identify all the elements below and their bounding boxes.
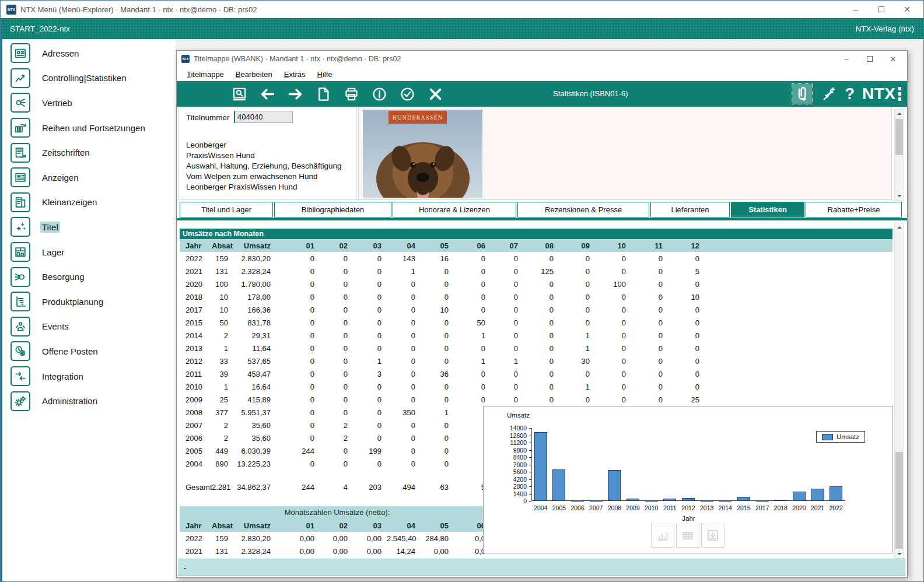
chart-button[interactable]: [651, 524, 674, 548]
table-row-2009[interactable]: 200925415,890000000000025: [180, 393, 892, 406]
titelnummer-input[interactable]: [234, 111, 293, 123]
minimize-button[interactable]: –: [835, 52, 858, 66]
close-button[interactable]: ✕: [881, 52, 905, 66]
sidebar-item-events[interactable]: Events: [2, 314, 176, 339]
chart-y-tickmark: [529, 428, 531, 429]
sidebar-item-kleinanzeigen[interactable]: Kleinanzeigen: [2, 190, 176, 215]
paperclip-button[interactable]: [792, 84, 812, 104]
scroll-up-button[interactable]: [895, 223, 904, 232]
minimize-button[interactable]: –: [843, 1, 869, 17]
start-menu-label: START_2022-ntx: [10, 24, 70, 33]
scroll-up-button[interactable]: [895, 110, 904, 118]
small-ads-icon: [10, 192, 30, 212]
sidebar-item-vertrieb[interactable]: Vertrieb: [2, 90, 176, 115]
scrollbar-thumb[interactable]: [895, 119, 903, 155]
scroll-down-button[interactable]: [895, 550, 904, 558]
table-row-2017[interactable]: 201710166,360000100000000: [180, 303, 892, 316]
cell: 1: [353, 355, 387, 367]
sidebar-item-besorgung[interactable]: Besorgung: [2, 264, 176, 289]
table-row-2015[interactable]: 201550831,780000050000000: [180, 316, 892, 329]
search-doc-button[interactable]: [230, 85, 249, 103]
maximize-button[interactable]: [869, 1, 894, 17]
table-row-2022[interactable]: 20221592.830,20000143160000000: [180, 252, 892, 265]
sidebar-item-anzeigen[interactable]: Anzeigen: [2, 165, 176, 190]
cell: 0: [491, 252, 523, 265]
sidebar-item-zeitschriften[interactable]: Zeitschriften: [2, 140, 176, 165]
tab-titel-und-lager[interactable]: Titel und Lager: [180, 202, 273, 218]
maximize-button[interactable]: [858, 52, 881, 66]
table-row-2011[interactable]: 201139458,470030360000000: [180, 367, 892, 380]
table-row-2010[interactable]: 2010116,64000000001000: [180, 380, 892, 393]
tab-rezensionen-presse[interactable]: Rezensionen & Presse: [517, 202, 649, 218]
chart-y-tickmark: [529, 486, 531, 487]
menu-bearbeiten[interactable]: Bearbeiten: [230, 68, 278, 80]
cell: 0: [559, 265, 595, 278]
cover-scrollbar[interactable]: [894, 109, 904, 201]
table-row-2014[interactable]: 2014229,31000001001000: [180, 329, 892, 342]
cell: 0: [276, 355, 320, 367]
sidebar-item-adressen[interactable]: Adressen: [2, 41, 176, 66]
scrollbar-thumb[interactable]: [895, 452, 903, 549]
tab-lieferanten[interactable]: Lieferanten: [650, 202, 730, 218]
cell: 29,31: [233, 329, 276, 342]
cell: 449: [212, 444, 233, 457]
sidebar-item-administration[interactable]: Administration: [2, 388, 176, 413]
column-header: 12: [668, 239, 705, 252]
ntx-logo: NTX: [862, 85, 901, 103]
table-row-2012[interactable]: 201233537,650010011030000: [180, 355, 892, 367]
cell: 2021: [180, 265, 212, 278]
pin-plus-button[interactable]: [820, 85, 838, 103]
cell: 0: [320, 406, 353, 419]
cell: 0: [353, 419, 387, 432]
chart-y-tick-label: 12600: [501, 432, 527, 439]
cell: 0: [491, 329, 523, 342]
sidebar-item-lager[interactable]: Lager: [2, 240, 176, 265]
chart-bar-2011: [663, 499, 676, 501]
chart-y-tick-label: 11200: [501, 439, 527, 446]
cell: 0: [523, 278, 559, 290]
sidebar-item-offene-posten[interactable]: Offene Posten: [2, 339, 176, 364]
new-doc-button[interactable]: [314, 85, 332, 103]
cell: 0: [387, 355, 421, 367]
sidebar-item-produktplanung[interactable]: Produktplanung: [2, 289, 176, 314]
tab-rabatte-preise[interactable]: Rabatte+Preise: [806, 202, 902, 218]
menu-extras[interactable]: Extras: [279, 68, 311, 80]
close-button[interactable]: ✕: [894, 1, 920, 17]
info-circle-button[interactable]: [370, 85, 388, 103]
cell: 0: [387, 316, 421, 329]
cell: 2007: [180, 419, 212, 432]
cell: 0: [353, 265, 387, 278]
cell: 2: [212, 419, 233, 432]
arrow-left-button[interactable]: [258, 85, 276, 103]
tab-bibliographiedaten[interactable]: Bibliographiedaten: [274, 202, 391, 218]
tab-honorare-lizenzen[interactable]: Honorare & Lizenzen: [393, 202, 516, 218]
ntx-app-icon: NTX: [181, 55, 190, 63]
table-row-2018[interactable]: 201810178,000000000000010: [180, 290, 892, 303]
check-circle-button[interactable]: [398, 85, 416, 103]
sidebar-item-controlling-statistiken[interactable]: Controlling|Statistiken: [2, 66, 176, 91]
tab-statistiken[interactable]: Statistiken: [731, 202, 804, 218]
menu-titelmappe[interactable]: Titelmappe: [181, 68, 229, 80]
menu-hilfe[interactable]: Hilfe: [312, 68, 338, 80]
grid-button[interactable]: [676, 524, 699, 548]
cell: 0: [491, 265, 523, 278]
cell: 25: [212, 393, 233, 406]
sidebar-item-reihen-und-fortsetzungen[interactable]: Reihen und Fortsetzungen: [2, 115, 176, 141]
sales-table-title: Umsätze nach Monaten: [180, 229, 892, 239]
main-scrollbar[interactable]: [894, 223, 904, 559]
sidebar-item-integration[interactable]: Integration: [2, 364, 176, 389]
download-button[interactable]: [701, 524, 724, 548]
legend-label: Umsatz: [836, 433, 859, 440]
sidebar-item-titel[interactable]: Titel: [2, 215, 176, 240]
printer-button[interactable]: [342, 85, 360, 103]
description-line: Leonberger PraxisWissen Hund: [186, 182, 341, 192]
help-button[interactable]: ?: [845, 86, 855, 102]
table-row-2013[interactable]: 2013111,64000000001000: [180, 342, 892, 355]
table-row-2021[interactable]: 20211312.328,2400010001250005: [180, 265, 892, 278]
close-x-button[interactable]: [426, 85, 444, 103]
table-row-2020[interactable]: 20201001.780,0000000000010000: [180, 278, 892, 290]
arrow-right-button[interactable]: [286, 85, 304, 103]
cover-banner-text: HUNDERASSEN: [393, 114, 443, 121]
scroll-down-button[interactable]: [895, 192, 904, 200]
sales-table-header-row: JahrAbsatzUmsatz010203040506070809101112: [180, 239, 892, 252]
